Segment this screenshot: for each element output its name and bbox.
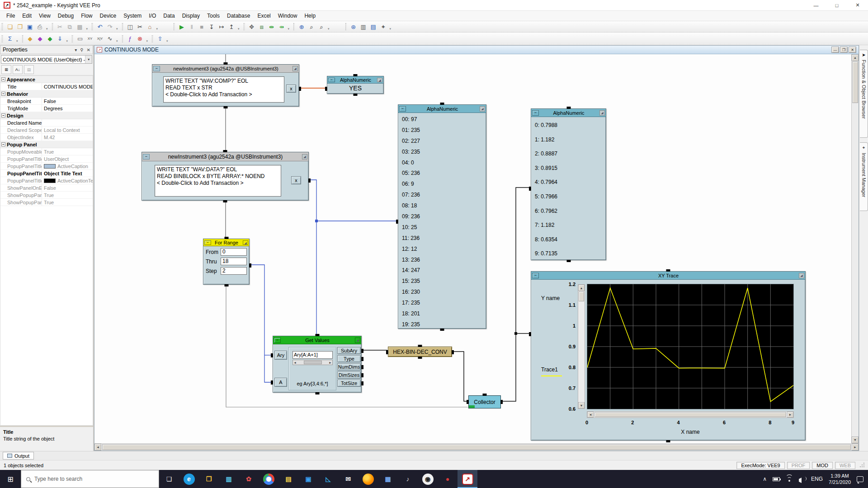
toolbar-grip-icon[interactable] <box>2 23 3 30</box>
property-row[interactable]: ObjectIndexM.42 <box>0 134 93 141</box>
scroll-up-icon[interactable]: ▲ <box>852 54 859 61</box>
toolbar-grip-icon[interactable] <box>244 23 245 30</box>
output-terminal-totsize[interactable]: TotSize <box>337 380 361 387</box>
dock-tab-function-object-browser[interactable]: ➤Function & Object Browser <box>860 50 868 138</box>
sequence-in-pin[interactable] <box>223 150 227 152</box>
toolbar-overflow-icon[interactable]: ▾ <box>155 27 159 32</box>
for-range-object[interactable]: − For Range ◢ From0Thru18Step2 <box>203 239 250 285</box>
property-value[interactable]: ActiveCaption <box>42 163 93 169</box>
toolbar-grip-icon[interactable] <box>122 23 123 30</box>
property-row[interactable]: ShowPopupParTrue <box>0 192 93 199</box>
notification-icon[interactable] <box>857 476 863 482</box>
scroll-thumb[interactable] <box>579 291 584 301</box>
xy-trace-object[interactable]: − XY Trace ◢ Y name Trace1 1.21.110.90.8… <box>531 271 806 441</box>
taskbar-app-icon-firefox[interactable] <box>358 470 378 488</box>
object-title-bar[interactable]: − For Range ◢ <box>203 239 249 246</box>
scroll-down-icon[interactable]: ▼ <box>578 402 585 408</box>
data-out-pin[interactable] <box>361 365 363 369</box>
polar-display-icon[interactable]: X|Y <box>95 34 105 44</box>
sequence-in-pin[interactable] <box>440 103 444 105</box>
undo-icon[interactable]: ↶ <box>95 22 105 32</box>
resize-icon[interactable]: ◢ <box>480 106 485 112</box>
toolbar-overflow-icon[interactable]: ▾ <box>115 39 118 44</box>
output-terminal-numdims[interactable]: NumDims <box>337 363 361 371</box>
menu-debug[interactable]: Debug <box>54 11 77 20</box>
property-pages-icon[interactable]: ▤ <box>24 65 34 74</box>
minimize-icon[interactable]: − <box>399 106 406 112</box>
data-out-pin[interactable] <box>361 349 363 353</box>
toolbar-grip-icon[interactable] <box>174 23 175 30</box>
toolbar-grip-icon[interactable] <box>293 23 295 30</box>
print-icon[interactable]: ⎙ <box>35 22 45 32</box>
taskbar-app-icon-code-editor[interactable]: ◺ <box>318 470 338 488</box>
taskbar-app-icon-vee-pro[interactable]: ↗ <box>458 470 477 488</box>
toolbar-overflow-icon[interactable]: ▾ <box>287 27 290 32</box>
clean-up-lines-icon[interactable]: ✂ <box>135 22 145 32</box>
workspace-title-bar[interactable]: ↗ CONTINUOUS MODE — ❐ ✕ <box>94 46 859 54</box>
toolbar-grip-icon[interactable] <box>92 23 93 30</box>
menu-system[interactable]: System <box>120 11 145 20</box>
scroll-thumb[interactable] <box>852 61 858 103</box>
data-in-pin[interactable] <box>325 87 327 91</box>
scroll-thumb[interactable] <box>102 444 851 450</box>
properties-panel-header[interactable]: Properties ▾⚲✕ <box>0 45 93 54</box>
menu-view[interactable]: View <box>35 11 54 20</box>
expression-field[interactable]: Ary[A:A+1] <box>292 351 333 359</box>
settings-icon[interactable]: ✦ <box>378 22 388 32</box>
toolbar-grip-icon[interactable] <box>72 35 73 42</box>
program-canvas[interactable]: − newInstrument3 (agu2542a @USBInstrumen… <box>94 54 851 443</box>
sequence-out-pin[interactable] <box>223 200 227 202</box>
comment-icon[interactable]: ⇧ <box>155 34 165 44</box>
collapse-icon[interactable]: − <box>1 142 5 146</box>
property-row[interactable]: PopupPanelTitleObject Title Text <box>0 170 93 177</box>
property-row[interactable]: PopupPanelTitleActiveCaption <box>0 163 93 170</box>
taskbar-app-icon-chrome[interactable] <box>259 470 278 488</box>
property-group-row[interactable]: −Design <box>0 112 93 119</box>
go-home-icon[interactable]: ⌂ <box>145 22 155 32</box>
property-group-row[interactable]: −Popup Panel <box>0 141 93 148</box>
workspace-minimize-button[interactable]: — <box>831 47 839 53</box>
plot-horizontal-scrollbar[interactable]: ◄ ► <box>587 411 794 418</box>
workspace-restore-button[interactable]: ❐ <box>840 47 848 53</box>
property-row[interactable]: Declared ScopeLocal to Context <box>0 127 93 134</box>
find-icon[interactable]: ⌕ <box>307 22 316 32</box>
sequence-out-pin[interactable] <box>354 94 358 96</box>
sequence-out-pin[interactable] <box>418 357 422 359</box>
sequence-in-pin[interactable] <box>224 237 228 239</box>
instrument-object-2[interactable]: − newInstrument3 (agu2542a @USBInstrumen… <box>142 152 309 201</box>
close-icon[interactable]: ✕ <box>87 47 90 52</box>
menu-database[interactable]: Database <box>223 11 254 20</box>
scroll-left-icon[interactable]: ◄ <box>587 412 594 418</box>
workspace-close-button[interactable]: ✕ <box>849 47 856 53</box>
stop-icon[interactable]: ■ <box>197 22 207 32</box>
object-title-bar[interactable]: − XY Trace ◢ <box>531 272 805 280</box>
expression-scrollbar[interactable]: ◄► <box>292 360 333 365</box>
toolbar-overflow-icon[interactable]: ▾ <box>115 27 118 32</box>
taskbar-app-icon-github[interactable]: ◉ <box>418 470 438 488</box>
property-value[interactable]: True <box>42 148 93 155</box>
resize-icon[interactable]: ◢ <box>799 273 804 278</box>
minimize-button[interactable]: — <box>806 0 826 10</box>
alphanumeric-byte-list[interactable]: − AlphaNumeric ◢ 00: 9701: 23502: 22703:… <box>398 104 486 329</box>
toolbar-overflow-icon[interactable]: ▾ <box>145 39 149 44</box>
sequence-out-pin[interactable] <box>566 260 571 262</box>
excel-link-ic[interactable]: ◆ <box>45 34 55 44</box>
data-out-pin[interactable] <box>361 373 363 377</box>
taskbar-app-icon-photo-viewer[interactable]: ▣ <box>298 470 318 488</box>
data-out-pin[interactable] <box>361 357 363 361</box>
alphanumeric-decimal-list[interactable]: − AlphaNumeric ◢ 0: 0.79881: 1.1822: 0.8… <box>531 108 606 260</box>
property-row[interactable]: PopupMoveableTrue <box>0 148 93 155</box>
resize-icon[interactable]: ◢ <box>292 66 298 71</box>
sequence-out-pin[interactable] <box>224 106 228 108</box>
toolbar-overflow-icon[interactable]: ▾ <box>388 27 392 32</box>
transaction-line[interactable]: READ TEXT x STR <box>165 84 282 91</box>
data-out-pin[interactable] <box>249 263 251 267</box>
minimize-icon[interactable]: − <box>532 273 539 278</box>
sequence-out-pin[interactable] <box>666 440 670 442</box>
object-title-bar[interactable]: − AlphaNumeric ◢ <box>398 105 486 113</box>
property-row[interactable]: PopupPanelTitleActiveCaptionTe <box>0 177 93 184</box>
property-row[interactable]: Declared Name <box>0 119 93 127</box>
transaction-line[interactable]: READ BINBLOCK x BYTE ARRAY:* NOEND <box>157 173 279 180</box>
toolbar-overflow-icon[interactable]: ▾ <box>45 27 48 32</box>
hex-bin-dec-conv-object[interactable]: HEX-BIN-DEC_CONV <box>388 347 452 357</box>
